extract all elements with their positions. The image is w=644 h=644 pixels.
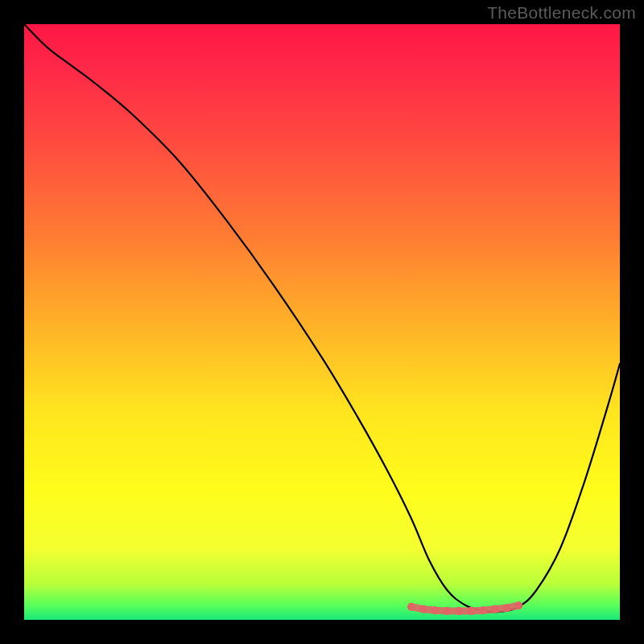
plot-svg bbox=[24, 24, 620, 620]
svg-point-1 bbox=[419, 605, 427, 613]
svg-point-5 bbox=[467, 607, 475, 615]
watermark-text: TheBottleneck.com bbox=[487, 3, 636, 23]
svg-point-6 bbox=[479, 606, 487, 614]
svg-point-8 bbox=[502, 604, 510, 612]
svg-point-2 bbox=[431, 606, 440, 614]
plot-area bbox=[24, 24, 620, 620]
svg-point-7 bbox=[491, 605, 499, 613]
chart-frame: TheBottleneck.com bbox=[0, 0, 644, 644]
svg-point-4 bbox=[455, 607, 463, 615]
gradient-background bbox=[24, 24, 620, 620]
svg-point-0 bbox=[407, 603, 415, 611]
svg-point-3 bbox=[443, 607, 451, 615]
svg-point-9 bbox=[514, 601, 522, 609]
